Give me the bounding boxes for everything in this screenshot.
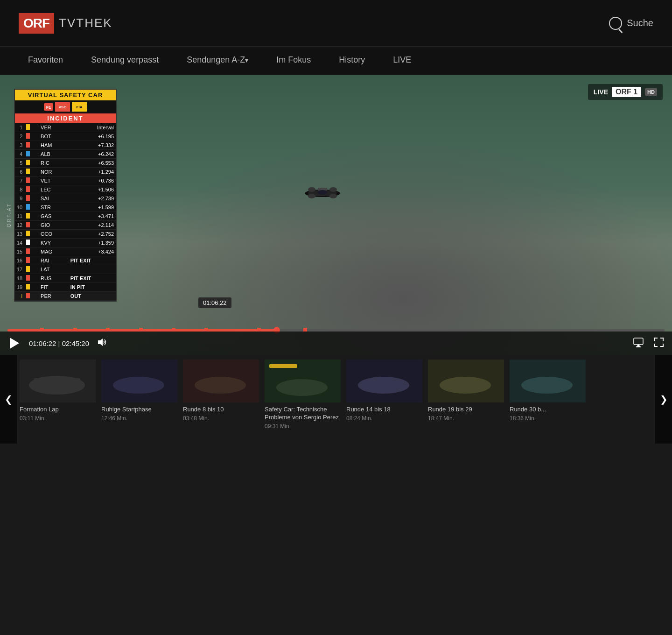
- nav-history[interactable]: History: [325, 47, 379, 75]
- main-nav: Favoriten Sendung verpasst Sendungen A-Z…: [0, 47, 672, 75]
- table-row: IPEROUT: [15, 292, 116, 301]
- svg-point-25: [358, 377, 409, 394]
- thumbnail-duration-1: 03:11 Min.: [20, 415, 96, 422]
- thumbnail-duration-6: 18:47 Min.: [428, 415, 504, 422]
- thumbnail-image-3: [183, 360, 259, 402]
- side-watermark: ORF.AT: [5, 199, 14, 231]
- svg-point-29: [521, 377, 573, 394]
- fia-logo: FIA: [72, 102, 87, 112]
- thumb-visual-2: [101, 360, 177, 402]
- time-separator: |: [58, 339, 62, 347]
- table-row: 4ALB+6.242: [15, 150, 116, 159]
- video-background: ORF.AT VIRTUAL SAFETY CAR F1 VSC FIA INC…: [0, 75, 672, 355]
- svg-point-23: [276, 379, 328, 396]
- logo-container: ORF TVTHEK: [19, 13, 112, 34]
- svg-point-7: [318, 190, 327, 195]
- nav-favoriten[interactable]: Favoriten: [14, 47, 77, 75]
- controls-bar: 01:06:22 | 02:45:20: [0, 332, 672, 355]
- time-tooltip: 01:06:22: [198, 297, 231, 308]
- thumbnail-title-6: Runde 19 bis 29: [428, 406, 504, 414]
- svg-point-2: [308, 194, 315, 198]
- table-row: 18RUSPIT EXIT: [15, 274, 116, 283]
- thumbnail-title-4: Safety Car: Technische Probleme von Serg…: [265, 406, 341, 422]
- thumbnail-duration-7: 18:36 Min.: [510, 415, 586, 422]
- play-icon: [10, 338, 19, 349]
- thumbnail-duration-4: 09:31 Min.: [265, 423, 341, 430]
- svg-point-5: [329, 187, 337, 192]
- thumbnail-item-7[interactable]: Runde 30 b... 18:36 Min.: [507, 355, 588, 444]
- orf-logo[interactable]: ORF: [19, 13, 54, 34]
- thumbnail-item-1[interactable]: Formation Lap 03:11 Min.: [17, 355, 98, 444]
- f1-icon: F1: [44, 103, 53, 111]
- table-row: 14KVY+1.359: [15, 239, 116, 247]
- svg-rect-16: [34, 378, 80, 385]
- table-row: 13OCO+2.752: [15, 230, 116, 239]
- thumbnail-item-4[interactable]: Safety Car: Technische Probleme von Serg…: [262, 355, 343, 444]
- thumbnail-image-1: [20, 360, 96, 402]
- fullscreen-svg: [653, 337, 665, 348]
- next-button[interactable]: ❯: [655, 355, 672, 444]
- vsc-subheader: F1 VSC FIA: [15, 100, 116, 113]
- table-row: 1VERInterval: [15, 123, 116, 132]
- thumbnail-title-7: Runde 30 b...: [510, 406, 586, 414]
- thumbnail-title-3: Runde 8 bis 10: [183, 406, 259, 414]
- nav-sendung-verpasst[interactable]: Sendung verpasst: [77, 47, 173, 75]
- volume-icon[interactable]: [97, 337, 107, 350]
- time-display: 01:06:22 | 02:45:20: [29, 339, 89, 347]
- table-row: 17LAT: [15, 265, 116, 274]
- fullscreen-icon[interactable]: [653, 337, 665, 350]
- thumbnail-item-2[interactable]: Ruhige Startphase 12:46 Min.: [98, 355, 180, 444]
- search-icon: [609, 17, 622, 30]
- thumbnail-title-5: Runde 14 bis 18: [346, 406, 422, 414]
- thumb-visual-6: [428, 360, 504, 402]
- svg-point-4: [308, 187, 315, 192]
- airplay-icon[interactable]: [633, 337, 644, 350]
- tvthek-logo: TVTHEK: [59, 16, 112, 30]
- live-badge: LIVE ORF 1 HD: [588, 84, 663, 100]
- prev-button[interactable]: ❮: [0, 355, 17, 444]
- svg-point-18: [113, 377, 164, 394]
- nav-live[interactable]: LIVE: [379, 47, 425, 75]
- thumbnail-image-6: [428, 360, 504, 402]
- search-label: Suche: [627, 18, 653, 28]
- table-row: 12GIO+2.114: [15, 221, 116, 230]
- svg-rect-11: [634, 338, 643, 345]
- svg-rect-22: [269, 364, 297, 368]
- table-row: 7VET+0.736: [15, 176, 116, 185]
- volume-svg: [97, 337, 107, 347]
- vsc-overlay: VIRTUAL SAFETY CAR F1 VSC FIA INCIDENT 1…: [14, 89, 117, 302]
- table-row: 5RIC+6.553: [15, 159, 116, 168]
- svg-point-20: [195, 377, 246, 394]
- nav-im-fokus[interactable]: Im Fokus: [262, 47, 325, 75]
- search-button[interactable]: Suche: [609, 17, 653, 30]
- chapter-marker: [303, 328, 307, 332]
- table-row: 16RAIPIT EXIT: [15, 256, 116, 265]
- thumb-visual-7: [510, 360, 586, 402]
- svg-text:F1: F1: [46, 105, 51, 110]
- thumbnails-strip: ❮ Formation Lap 03:11 Min. Ruhige Startp…: [0, 355, 672, 444]
- thumbnail-title-1: Formation Lap: [20, 406, 96, 414]
- table-row: 6NOR+1.294: [15, 168, 116, 176]
- current-time: 01:06:22: [29, 339, 56, 347]
- svg-point-27: [440, 377, 491, 394]
- thumbnail-item-5[interactable]: Runde 14 bis 18 08:24 Min.: [343, 355, 425, 444]
- nav-sendungen-az[interactable]: Sendungen A-Z: [173, 47, 262, 75]
- video-player: ORF.AT VIRTUAL SAFETY CAR F1 VSC FIA INC…: [0, 75, 672, 355]
- thumbnail-item-6[interactable]: Runde 19 bis 29 18:47 Min.: [425, 355, 507, 444]
- f1-car-svg: [301, 183, 343, 202]
- table-row: 19FITIN PIT: [15, 283, 116, 292]
- table-row: 2BOT+6.195: [15, 132, 116, 141]
- thumbnail-title-2: Ruhige Startphase: [101, 406, 177, 414]
- vsc-logo: VSC: [55, 102, 70, 112]
- thumbnail-item-3[interactable]: Runde 8 bis 10 03:48 Min.: [180, 355, 262, 444]
- bottom-area: [0, 444, 672, 514]
- thumb-visual-3: [183, 360, 259, 402]
- thumb-visual-1: [20, 360, 96, 402]
- thumbnail-image-5: [346, 360, 422, 402]
- play-button[interactable]: [7, 336, 21, 350]
- controls-right: [633, 337, 665, 350]
- vsc-title: VIRTUAL SAFETY CAR: [15, 90, 116, 100]
- hd-badge: HD: [645, 88, 657, 96]
- table-row: 15MAG+3.424: [15, 247, 116, 256]
- thumbnail-duration-3: 03:48 Min.: [183, 415, 259, 422]
